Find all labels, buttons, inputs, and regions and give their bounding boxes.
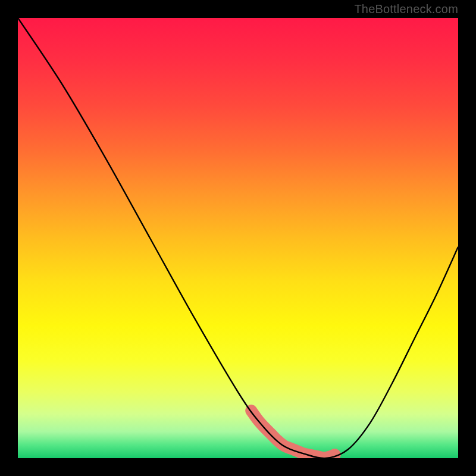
svg-rect-0 — [18, 18, 458, 458]
watermark-text: TheBottleneck.com — [354, 2, 458, 16]
chart-frame: TheBottleneck.com — [0, 0, 476, 476]
gradient-background — [18, 18, 458, 458]
plot-area — [18, 18, 458, 458]
